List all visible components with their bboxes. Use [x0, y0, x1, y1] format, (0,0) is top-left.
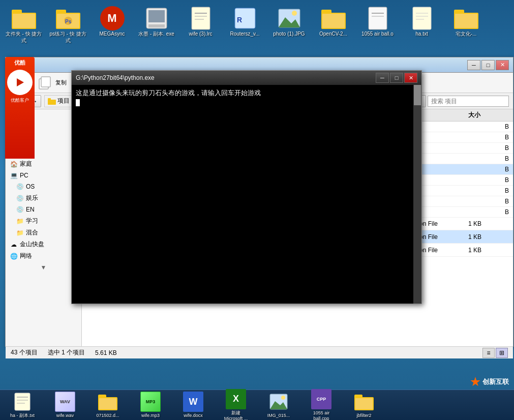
taskbar-icon-newexcel[interactable]: X 新建Microsoft ... — [216, 388, 256, 420]
taskbar-icon-jbfilter2[interactable]: jbfilter2 — [344, 391, 384, 419]
sidebar-item-entertainment[interactable]: 💿 娱乐 — [6, 192, 81, 204]
desktop-icon-label-opencv: OpenCV-2... — [319, 31, 347, 37]
desktop-icon-airball[interactable]: 1055 air ball.o — [356, 4, 399, 39]
svg-rect-57 — [354, 395, 362, 399]
view-detail-btn[interactable]: ⊞ — [496, 348, 508, 358]
taskbar-wifewav-label: wife.wav — [56, 413, 74, 418]
taskbar-hatxt-icon — [13, 392, 32, 411]
search-input[interactable] — [428, 96, 509, 107]
sidebar-study-icon: 📁 — [16, 217, 24, 225]
svg-rect-22 — [322, 14, 345, 28]
taskbar-icon-hatxt[interactable]: ha - 副本.txt — [2, 391, 43, 419]
taskbar-jbfilter2-icon — [354, 393, 374, 410]
toolbar-copy-icon — [37, 76, 53, 90]
sidebar-jinshan-label: 金山快盘 — [20, 240, 44, 249]
address-folder-icon — [48, 98, 56, 105]
console-minimize-btn[interactable]: ─ — [376, 73, 389, 83]
sidebar-item-network[interactable]: 🌐 网络 — [6, 250, 81, 262]
sidebar-en-label: EN — [26, 206, 35, 213]
sidebar-item-pc[interactable]: 💻 PC — [6, 170, 81, 181]
taskbar-071502-label: 071502.d... — [96, 413, 119, 418]
status-item-count: 43 个项目 — [11, 348, 38, 357]
svg-rect-52 — [99, 398, 116, 409]
sidebar-network-label: 网络 — [20, 252, 32, 260]
console-window: G:\Python27bit64\python.exe ─ □ ✕ 这是通过摄像… — [71, 70, 422, 304]
svg-text:Ps: Ps — [65, 19, 72, 24]
sidebar-item-en[interactable]: 💿 EN — [6, 204, 81, 215]
taskbar-newexcel-icon: X — [226, 389, 246, 409]
file-size-0: 1 KB — [468, 220, 509, 227]
desktop-icon-hatxt[interactable]: ha.txt — [400, 4, 443, 39]
taskbar-icon-wifedocx[interactable]: W wife.docx — [173, 391, 214, 419]
svg-rect-58 — [355, 398, 373, 409]
console-body: 这是通过摄像头来玩的剪刀石头布的游戏，请输入回车开始游戏 — [72, 85, 421, 304]
col-header-size[interactable]: 大小 — [468, 111, 509, 119]
youku-play-btn[interactable] — [7, 70, 33, 95]
explorer-close-btn[interactable]: ✕ — [496, 60, 509, 70]
svg-rect-46 — [15, 393, 30, 410]
corner-logo-star-icon — [470, 377, 480, 387]
console-window-controls: ─ □ ✕ — [376, 73, 417, 83]
youku-client-label: 优酷客户 — [7, 97, 33, 104]
desktop-icon-mega[interactable]: M MEGAsync — [90, 4, 134, 39]
sidebar-family-icon: 🏠 — [10, 160, 18, 168]
taskbar-newexcel-label: 新建Microsoft ... — [224, 410, 248, 420]
desktop-icon-label-mega: MEGAsync — [99, 31, 125, 37]
desktop-icon-photo[interactable]: photo (1).JPG — [267, 4, 311, 39]
taskbar-wifedocx-label: wife.docx — [184, 413, 203, 418]
corner-logo: 创新互联 — [470, 377, 509, 387]
taskbar-wifemp3-label: wife.mp3 — [141, 413, 160, 418]
file-size-1: 1 KB — [468, 233, 509, 241]
svg-text:R: R — [237, 16, 242, 24]
desktop: 文件夹 - 快 捷方式 Ps ps练习 - 快 捷方式 M MEGAsync — [0, 0, 514, 420]
svg-rect-10 — [148, 24, 165, 27]
taskbar-img015-icon — [269, 393, 288, 410]
console-scrollbar[interactable] — [413, 85, 421, 304]
taskbar-icon-airballcpp[interactable]: CPP 1055 airball.cpp — [301, 388, 342, 420]
sidebar-item-study[interactable]: 📁 学习 — [6, 215, 81, 227]
explorer-minimize-btn[interactable]: ─ — [467, 60, 480, 70]
taskbar-airballcpp-label: 1055 airball.cpp — [313, 410, 330, 420]
toolbar-copy-label: 复制 — [55, 79, 67, 86]
status-selected-size: 5.61 KB — [95, 349, 117, 356]
taskbar-icon-071502[interactable]: 071502.d... — [87, 391, 128, 419]
sidebar-scroll-down[interactable]: ▼ — [6, 262, 81, 273]
console-scroll-thumb[interactable] — [414, 85, 421, 105]
youku-sidebar: 优酷 优酷客户 — [5, 57, 35, 159]
desktop-icon-shuimo[interactable]: 水墨 - 副本. exe — [135, 4, 178, 39]
taskbar-071502-icon — [98, 393, 117, 410]
desktop-icon-routersz[interactable]: R Routersz_v... — [223, 4, 266, 39]
desktop-icon-wenjianjia[interactable]: 文件夹 - 快 捷方式 — [2, 4, 45, 46]
console-titlebar: G:\Python27bit64\python.exe ─ □ ✕ — [72, 71, 421, 85]
sidebar-network-icon: 🌐 — [10, 252, 18, 260]
sidebar-os-label: OS — [26, 183, 35, 190]
corner-logo-text: 创新互联 — [482, 377, 509, 386]
sidebar-item-family[interactable]: 🏠 家庭 — [6, 158, 81, 170]
address-text: 项目 — [57, 97, 70, 105]
taskbar-wifewav-icon: WAV — [55, 392, 75, 412]
desktop-icon-label-routersz: Routersz_v... — [230, 31, 259, 37]
explorer-statusbar: 43 个项目 选中 1 个项目 5.61 KB ≡ ⊞ — [6, 346, 513, 358]
sidebar-entertainment-label: 娱乐 — [26, 194, 38, 202]
sidebar-en-icon: 💿 — [16, 205, 24, 214]
taskbar-icon-img015[interactable]: IMG_015... — [258, 391, 299, 419]
taskbar-icon-wifemp3[interactable]: MP3 wife.mp3 — [130, 391, 171, 419]
sidebar-item-mix[interactable]: 📁 混合 — [6, 227, 81, 238]
desktop-icon-wife-lrc[interactable]: wife (3).lrc — [179, 4, 222, 39]
taskbar-wifemp3-icon: MP3 — [140, 392, 161, 412]
desktop-icon-opencv[interactable]: OpenCV-2... — [312, 4, 355, 39]
svg-point-54 — [281, 396, 285, 400]
console-maximize-btn[interactable]: □ — [390, 73, 403, 83]
desktop-icon-zhaiwenhua[interactable]: 宅文化-... — [444, 4, 488, 39]
svg-rect-32 — [455, 14, 477, 28]
sidebar-item-jinshan[interactable]: ☁ 金山快盘 — [6, 238, 81, 250]
taskbar-icon-wifewav[interactable]: WAV wife.wav — [45, 391, 85, 419]
svg-rect-26 — [413, 7, 431, 29]
desktop-icon-ps[interactable]: Ps ps练习 - 快 捷方式 — [46, 4, 89, 46]
sidebar-item-os[interactable]: 💿 OS — [6, 181, 81, 192]
console-close-btn[interactable]: ✕ — [404, 73, 417, 83]
view-list-btn[interactable]: ≡ — [482, 348, 495, 358]
console-cursor — [76, 99, 80, 106]
explorer-maximize-btn[interactable]: □ — [481, 60, 495, 70]
desktop-icon-label-shuimo: 水墨 - 副本. exe — [138, 31, 174, 37]
